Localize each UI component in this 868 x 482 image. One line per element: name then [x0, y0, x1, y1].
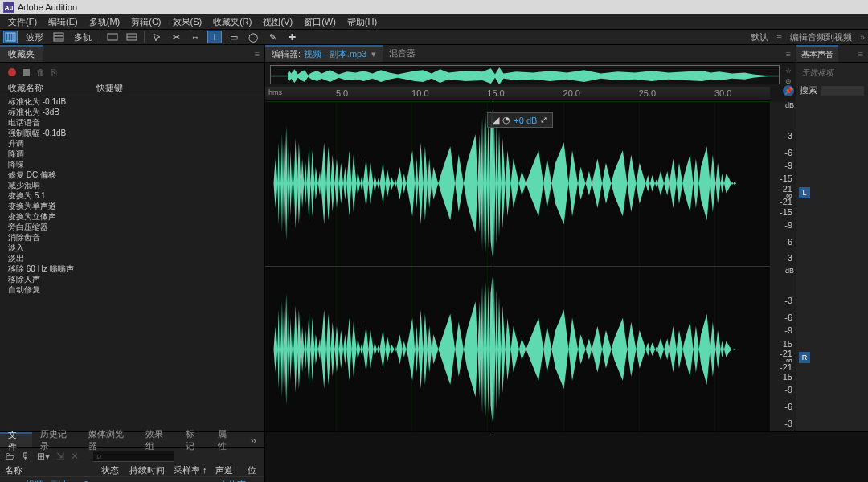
app-title: Adobe Audition	[18, 2, 77, 12]
essential-sound-menu-icon[interactable]: ≡	[854, 49, 868, 59]
mixer-tab[interactable]: 混音器	[383, 45, 422, 62]
new-file-icon[interactable]: ⊞▾	[37, 451, 50, 462]
fav-item[interactable]: 自动修复	[0, 284, 264, 295]
favorites-header-shortcut[interactable]: 快捷键	[96, 82, 123, 96]
overview-zoom-icon[interactable]: ⊕	[783, 76, 794, 85]
menu-favorites[interactable]: 收藏夹(R)	[208, 16, 256, 28]
db-mark: -9	[784, 161, 792, 170]
close-icon[interactable]: ✕	[71, 451, 79, 462]
tool-lasso[interactable]: ◯	[246, 31, 260, 43]
fav-item[interactable]: 强制限幅 -0.1dB	[0, 128, 264, 138]
hud-pin-icon[interactable]: ⤢	[540, 115, 547, 125]
workspace-overflow-icon[interactable]: »	[860, 32, 865, 42]
fav-item[interactable]: 消除齿音	[0, 232, 264, 243]
favorites-delete-icon[interactable]: 🗑	[36, 67, 45, 77]
favorites-list[interactable]: 标准化为 -0.1dB 标准化为 -3dB 电话语音 强制限幅 -0.1dB 升…	[0, 96, 264, 431]
fav-item[interactable]: 变换为 5.1	[0, 190, 264, 201]
file-name: 视频 - 副本.mp3	[26, 479, 106, 482]
fav-item[interactable]: 减少混响	[0, 180, 264, 190]
tab-properties[interactable]: 属性	[210, 432, 242, 447]
hud-db-value[interactable]: +0 dB	[514, 116, 537, 125]
pin-icon[interactable]: 📌	[783, 85, 794, 96]
tool-brush[interactable]: ✎	[265, 31, 280, 43]
files-list[interactable]: ▸ ∿ 视频 - 副本.mp3 0:33.216 48000 Hz 立体声 3	[0, 477, 264, 482]
essential-sound-search-input[interactable]	[820, 85, 865, 96]
tab-overflow-icon[interactable]: »	[242, 432, 264, 447]
open-file-icon[interactable]: 🗁	[5, 451, 14, 462]
favorites-tab[interactable]: 收藏夹	[0, 45, 43, 62]
favorites-toolbar: 🗑 ⎘	[0, 63, 264, 82]
editor-tab-dropdown-icon[interactable]: ▾	[371, 49, 376, 59]
menu-multitrack[interactable]: 多轨(M)	[84, 16, 125, 28]
channel-right[interactable]	[265, 267, 770, 432]
overview-star-icon[interactable]: ☆	[783, 66, 794, 75]
fav-item[interactable]: 淡出	[0, 253, 264, 263]
db-scale[interactable]: dB -3 -6 -9 -15 -21 ∞ -21 -15 -9 -6 -3 L…	[770, 101, 796, 431]
favorites-props-icon[interactable]: ⎘	[51, 67, 57, 77]
files-headers: 名称 状态 持续时间 采样率 ↑ 声道 位	[0, 464, 264, 477]
channel-right-badge[interactable]: R	[799, 352, 810, 363]
files-header-channels[interactable]: 声道	[215, 464, 248, 476]
menu-window[interactable]: 窗口(W)	[299, 16, 341, 28]
menu-help[interactable]: 帮助(H)	[342, 16, 382, 28]
workspace-current[interactable]: 编辑音频到视频	[790, 31, 852, 43]
favorites-stop-button[interactable]	[23, 69, 30, 76]
time-ruler[interactable]: hms 5.0 10.0 15.0 20.0 25.0 30.0 📌	[265, 87, 770, 101]
favorites-record-button[interactable]	[8, 68, 16, 76]
fav-item[interactable]: 升调	[0, 138, 264, 149]
files-search-input[interactable]	[93, 451, 174, 462]
fav-item[interactable]: 旁白压缩器	[0, 222, 264, 232]
fav-item[interactable]: 变换为立体声	[0, 211, 264, 222]
menu-file[interactable]: 文件(F)	[3, 16, 42, 28]
files-header-name[interactable]: 名称	[5, 464, 101, 476]
fav-item[interactable]: 电话语音	[0, 117, 264, 128]
tab-files[interactable]: 文件	[0, 432, 32, 447]
tool-move[interactable]	[149, 31, 164, 43]
tool-slip[interactable]: ↔	[188, 31, 203, 43]
editor-tab[interactable]: 编辑器: 视频 - 副本.mp3 ▾	[265, 45, 383, 62]
overview-navigator[interactable]: ☆ ⊕	[265, 63, 796, 87]
fav-item[interactable]: 降噪	[0, 159, 264, 170]
fav-item[interactable]: 淡入	[0, 243, 264, 253]
essential-sound-tab[interactable]: 基本声音	[796, 45, 838, 62]
menu-clip[interactable]: 剪辑(C)	[126, 16, 166, 28]
tab-markers[interactable]: 标记	[178, 432, 210, 447]
tool-time-select[interactable]: I	[207, 31, 222, 43]
files-header-sample[interactable]: 采样率 ↑	[174, 464, 215, 476]
tool-razor[interactable]: ✂	[169, 31, 183, 43]
fav-item[interactable]: 修复 DC 偏移	[0, 170, 264, 180]
files-header-bit[interactable]: 位	[248, 464, 260, 476]
tab-effects-rack[interactable]: 效果组	[137, 432, 178, 447]
favorites-header-name[interactable]: 收藏名称	[8, 82, 96, 96]
channel-left-badge[interactable]: L	[799, 187, 810, 198]
multitrack-mode-button[interactable]	[51, 31, 66, 43]
fav-item[interactable]: 移除 60 Hz 嗡嗡声	[0, 263, 264, 274]
files-header-duration[interactable]: 持续时间	[129, 464, 174, 476]
spectral-pitch-button[interactable]	[125, 31, 139, 43]
tool-heal[interactable]: ✚	[285, 31, 299, 43]
fav-item[interactable]: 标准化为 -0.1dB	[0, 96, 264, 107]
tab-history[interactable]: 历史记录	[32, 432, 80, 447]
tab-media-browser[interactable]: 媒体浏览器	[80, 432, 137, 447]
record-file-icon[interactable]: 🎙	[21, 451, 31, 462]
workspace-default[interactable]: 默认	[751, 31, 768, 43]
favorites-panel-menu-icon[interactable]: ≡	[250, 49, 264, 59]
fav-item[interactable]: 标准化为 -3dB	[0, 107, 264, 117]
playhead[interactable]	[493, 101, 493, 431]
tool-marquee[interactable]: ▭	[227, 31, 241, 43]
menu-view[interactable]: 视图(V)	[258, 16, 297, 28]
insert-icon[interactable]: ⇲	[56, 451, 64, 462]
workspace-menu-icon[interactable]: ≡	[776, 32, 781, 42]
editor-panel-menu-icon[interactable]: ≡	[781, 49, 796, 59]
menu-effects[interactable]: 效果(S)	[168, 16, 207, 28]
waveform-display[interactable]: ◢ ◔ +0 dB ⤢ dB -3	[265, 101, 796, 431]
files-header-status[interactable]: 状态	[101, 464, 129, 476]
fav-item[interactable]: 变换为单声道	[0, 201, 264, 211]
fav-item[interactable]: 移除人声	[0, 274, 264, 284]
spectral-freq-button[interactable]	[105, 31, 120, 43]
amplitude-hud[interactable]: ◢ ◔ +0 dB ⤢	[487, 112, 553, 128]
file-row[interactable]: ▸ ∿ 视频 - 副本.mp3 0:33.216 48000 Hz 立体声 3	[0, 477, 264, 482]
fav-item[interactable]: 降调	[0, 149, 264, 159]
waveform-mode-button[interactable]	[3, 31, 18, 43]
menu-edit[interactable]: 编辑(E)	[43, 16, 83, 28]
